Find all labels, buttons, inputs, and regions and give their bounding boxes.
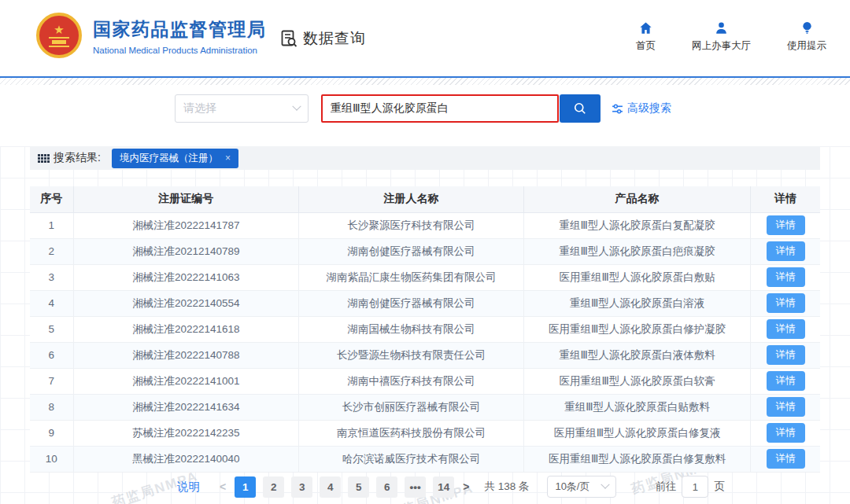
tag-close-icon[interactable]: × — [225, 153, 231, 164]
nav-item-usage-tips[interactable]: 使用提示 — [787, 20, 826, 53]
magnifier-icon — [572, 101, 588, 116]
cell-index: 2 — [30, 238, 73, 264]
table-row: 8 湘械注准20222141634 长沙市创丽医疗器械有限公司 重组Ⅲ型人源化胶… — [30, 394, 820, 420]
filter-sliders-icon — [612, 103, 623, 115]
table-header-row: 序号 注册证编号 注册人名称 产品名称 详情 — [30, 186, 820, 212]
page-size-select[interactable]: 10条/页 — [547, 476, 616, 498]
cell-product: 医用重组Ⅲ型人源化胶原蛋白修复敷料 — [523, 446, 750, 472]
column-header-index: 序号 — [30, 186, 73, 212]
org-name-en: National Medical Products Administration — [93, 46, 267, 55]
cell-registrant: 长沙聚源医疗科技有限公司 — [298, 212, 523, 238]
page-number-2[interactable]: 2 — [263, 476, 284, 498]
table-row: 3 湘械注准20222141063 湖南紫晶汇康生物医药集团有限公司 医用重组Ⅲ… — [30, 264, 820, 290]
cell-product: 重组Ⅲ型人源化胶原蛋白液体敷料 — [523, 342, 750, 368]
detail-button[interactable]: 详情 — [767, 397, 805, 417]
cell-product: 医用重组Ⅲ型人源化胶原蛋白修复液 — [523, 420, 750, 446]
header: ★ 国家药品监督管理局 National Medical Products Ad… — [0, 0, 850, 76]
cell-cert-no: 湘械注准20222141634 — [73, 394, 298, 420]
chevron-down-icon — [601, 480, 610, 489]
page: 药监局NMPA 药监局NMPA 药监局NMPA ★ 国家药品监督管理局 Nati… — [0, 0, 850, 504]
pagination: 说明 < 123456•••14 > 共 138 条 10条/页 前往 页 — [177, 475, 725, 498]
search-results-bar: 搜索结果: 境内医疗器械（注册） × — [30, 146, 820, 170]
nav-label: 使用提示 — [787, 39, 826, 53]
cell-product: 医用重组Ⅲ型人源化胶原蛋白敷贴 — [523, 264, 750, 290]
total-count: 共 138 条 — [484, 480, 529, 494]
cell-cert-no: 湘械注准20222140788 — [73, 342, 298, 368]
column-header-registrant: 注册人名称 — [298, 186, 523, 212]
cell-registrant: 哈尔滨诺威医疗技术有限公司 — [298, 446, 523, 472]
page-number-1[interactable]: 1 — [235, 476, 256, 498]
detail-button[interactable]: 详情 — [767, 371, 805, 391]
emblem-gate-icon — [49, 37, 69, 47]
cell-index: 8 — [30, 394, 73, 420]
cell-cert-no: 苏械注准20222142235 — [73, 420, 298, 446]
nav-item-home[interactable]: 首页 — [636, 20, 656, 53]
cell-cert-no: 湘械注准20222141063 — [73, 264, 298, 290]
goto-page: 前往 页 — [655, 476, 725, 498]
cell-index: 6 — [30, 342, 73, 368]
page-number-3[interactable]: 3 — [291, 476, 312, 498]
page-ellipsis[interactable]: ••• — [405, 476, 426, 498]
detail-button[interactable]: 详情 — [767, 345, 805, 365]
cell-index: 4 — [30, 290, 73, 316]
cell-cert-no: 湘械注准20212140789 — [73, 238, 298, 264]
home-icon — [638, 20, 653, 35]
nav-item-service-hall[interactable]: 网上办事大厅 — [692, 20, 751, 53]
cell-registrant: 湖南国械生物科技有限公司 — [298, 316, 523, 342]
data-query-icon — [279, 29, 298, 48]
detail-button[interactable]: 详情 — [767, 293, 805, 313]
advanced-search-link[interactable]: 高级搜索 — [612, 101, 671, 116]
table-row: 6 湘械注准20222140788 长沙暨源生物科技有限责任公司 重组Ⅲ型人源化… — [30, 342, 820, 368]
cell-index: 1 — [30, 212, 73, 238]
goto-page-input[interactable] — [682, 476, 708, 498]
cell-cert-no: 湘械注准20222141001 — [73, 368, 298, 394]
results-table: 序号 注册证编号 注册人名称 产品名称 详情 1 湘械注准20222141787… — [30, 186, 820, 473]
goto-suffix: 页 — [714, 480, 725, 494]
cell-cert-no: 湘械注准20222140554 — [73, 290, 298, 316]
filter-tag-domestic-device[interactable]: 境内医疗器械（注册） × — [112, 149, 238, 168]
page-title: 数据查询 — [279, 28, 366, 49]
next-page-icon[interactable]: > — [461, 480, 471, 493]
page-number-list: 123456•••14 — [235, 476, 454, 498]
detail-button[interactable]: 详情 — [767, 319, 805, 339]
grid-icon — [38, 154, 50, 163]
table-row: 5 湘械注准20222141618 湖南国械生物科技有限公司 医用重组Ⅲ型人源化… — [30, 316, 820, 342]
prev-page-icon[interactable]: < — [218, 480, 227, 493]
cell-product: 重组Ⅲ型人源化胶原蛋白复配凝胶 — [523, 212, 750, 238]
search-input[interactable] — [321, 94, 559, 123]
column-header-detail: 详情 — [751, 186, 820, 212]
page-size-value: 10条/页 — [555, 480, 589, 494]
table-row: 2 湘械注准20212140789 湖南创健医疗器械有限公司 重组Ⅲ型人源化胶原… — [30, 238, 820, 264]
cell-product: 重组Ⅲ型人源化胶原蛋白溶液 — [523, 290, 750, 316]
page-title-text: 数据查询 — [303, 28, 366, 49]
page-number-5[interactable]: 5 — [348, 476, 369, 498]
table-row: 10 黑械注准20222140040 哈尔滨诺威医疗技术有限公司 医用重组Ⅲ型人… — [30, 446, 820, 472]
page-number-4[interactable]: 4 — [320, 476, 341, 498]
detail-button[interactable]: 详情 — [767, 423, 805, 443]
category-select[interactable]: 请选择 — [175, 94, 309, 123]
detail-button[interactable]: 详情 — [767, 241, 805, 261]
user-icon — [714, 20, 729, 35]
cell-product: 重组Ⅲ型人源化胶原蛋白疤痕凝胶 — [523, 238, 750, 264]
page-number-14[interactable]: 14 — [433, 476, 454, 498]
detail-button[interactable]: 详情 — [767, 267, 805, 287]
detail-button[interactable]: 详情 — [767, 215, 805, 235]
header-hatch-strip — [0, 78, 850, 85]
cell-index: 5 — [30, 316, 73, 342]
cell-product: 医用重组Ⅲ型人源化胶原蛋白软膏 — [523, 368, 750, 394]
search-bar: 请选择 高级搜索 — [175, 94, 671, 123]
nmpa-emblem-logo: ★ — [36, 13, 82, 58]
emblem-star-icon: ★ — [54, 24, 64, 35]
cell-index: 9 — [30, 420, 73, 446]
category-select-placeholder: 请选择 — [183, 101, 216, 116]
results-label: 搜索结果: — [54, 151, 101, 165]
search-button[interactable] — [560, 94, 601, 123]
table-row: 4 湘械注准20222140554 湖南创健医疗器械有限公司 重组Ⅲ型人源化胶原… — [30, 290, 820, 316]
nav-label: 网上办事大厅 — [692, 39, 751, 53]
table-row: 1 湘械注准20222141787 长沙聚源医疗科技有限公司 重组Ⅲ型人源化胶原… — [30, 212, 820, 238]
cell-registrant: 湖南创健医疗器械有限公司 — [298, 238, 523, 264]
detail-button[interactable]: 详情 — [767, 449, 805, 469]
page-number-6[interactable]: 6 — [376, 476, 397, 498]
column-header-product: 产品名称 — [523, 186, 750, 212]
note-link[interactable]: 说明 — [177, 480, 200, 495]
